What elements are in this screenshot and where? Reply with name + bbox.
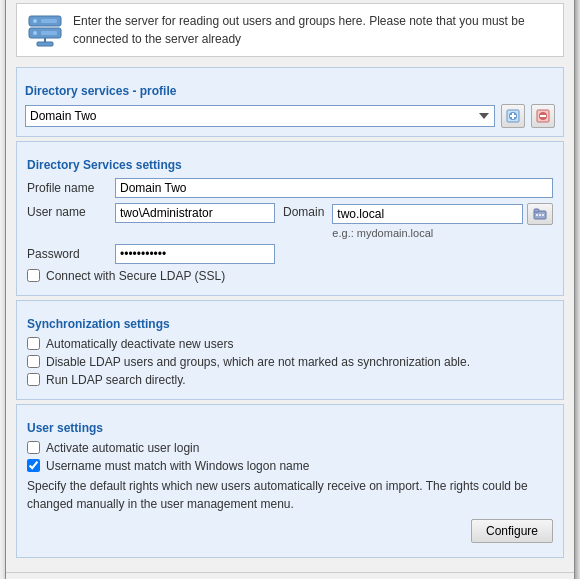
user-settings-section: User settings Activate automatic user lo…	[16, 404, 564, 558]
sync-settings-section: Synchronization settings Automatically d…	[16, 300, 564, 400]
server-icon	[27, 12, 63, 48]
sync-settings-title: Synchronization settings	[27, 317, 553, 331]
configure-row: Configure	[27, 519, 553, 543]
sync-option1-row: Automatically deactivate new users	[27, 337, 553, 351]
secure-ldap-checkbox[interactable]	[27, 269, 40, 282]
delete-profile-button[interactable]	[531, 104, 555, 128]
profile-name-label: Profile name	[27, 181, 107, 195]
secure-ldap-row: Connect with Secure LDAP (SSL)	[27, 269, 553, 283]
info-text: Enter the server for reading out users a…	[73, 12, 553, 48]
sync-option3-checkbox[interactable]	[27, 373, 40, 386]
svg-point-2	[33, 19, 37, 23]
user-option1-checkbox[interactable]	[27, 441, 40, 454]
content-area: Enter the server for reading out users a…	[6, 0, 574, 572]
user-option1-label[interactable]: Activate automatic user login	[46, 441, 199, 455]
profile-section-title: Directory services - profile	[25, 84, 555, 98]
info-box: Enter the server for reading out users a…	[16, 3, 564, 57]
sync-option3-row: Run LDAP search directly.	[27, 373, 553, 387]
user-description: Specify the default rights which new use…	[27, 477, 553, 513]
domain-browse-button[interactable]	[527, 203, 553, 225]
password-label: Password	[27, 247, 107, 261]
sync-option2-row: Disable LDAP users and groups, which are…	[27, 355, 553, 369]
password-row: Password	[27, 244, 553, 264]
user-option2-row: Username must match with Windows logon n…	[27, 459, 553, 473]
svg-rect-16	[534, 209, 539, 212]
sync-option1-checkbox[interactable]	[27, 337, 40, 350]
svg-point-19	[542, 214, 544, 216]
profile-section: Directory services - profile Domain Two	[16, 67, 564, 137]
domain-input[interactable]	[332, 204, 523, 224]
username-label: User name	[27, 203, 107, 219]
password-input[interactable]	[115, 244, 275, 264]
profile-name-input[interactable]	[115, 178, 553, 198]
svg-rect-4	[41, 19, 57, 23]
sync-option2-label[interactable]: Disable LDAP users and groups, which are…	[46, 355, 470, 369]
user-option2-label[interactable]: Username must match with Windows logon n…	[46, 459, 309, 473]
domain-label: Domain	[283, 203, 324, 219]
profile-row: Domain Two	[25, 104, 555, 128]
svg-rect-11	[510, 115, 516, 117]
sync-option3-label[interactable]: Run LDAP search directly.	[46, 373, 186, 387]
configure-button[interactable]: Configure	[471, 519, 553, 543]
username-input[interactable]	[115, 203, 275, 223]
svg-rect-5	[41, 31, 57, 35]
sync-option1-label[interactable]: Automatically deactivate new users	[46, 337, 233, 351]
profile-name-row: Profile name	[27, 178, 553, 198]
main-window: Directory Services settings ✕ Enter the …	[5, 0, 575, 579]
user-settings-title: User settings	[27, 421, 553, 435]
svg-point-18	[539, 214, 541, 216]
svg-rect-14	[540, 115, 546, 117]
secure-ldap-label[interactable]: Connect with Secure LDAP (SSL)	[46, 269, 225, 283]
user-option1-row: Activate automatic user login	[27, 441, 553, 455]
domain-hint: e.g.: mydomain.local	[332, 227, 553, 239]
svg-rect-7	[37, 42, 53, 46]
user-option2-checkbox[interactable]	[27, 459, 40, 472]
add-profile-button[interactable]	[501, 104, 525, 128]
profile-select[interactable]: Domain Two	[25, 105, 495, 127]
svg-point-3	[33, 31, 37, 35]
ds-settings-section: Directory Services settings Profile name…	[16, 141, 564, 296]
svg-point-17	[536, 214, 538, 216]
footer: Synchronization log Delete Sync-Lag S	[6, 572, 574, 580]
sync-option2-checkbox[interactable]	[27, 355, 40, 368]
ds-settings-title: Directory Services settings	[27, 158, 553, 172]
